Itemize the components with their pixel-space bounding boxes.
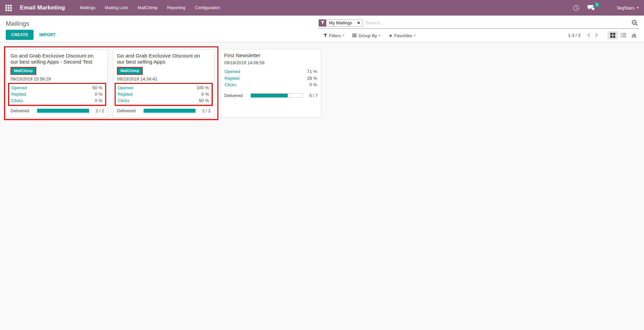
kanban-view-button[interactable] bbox=[607, 31, 618, 40]
messages-icon[interactable]: 1 bbox=[588, 5, 595, 11]
stat-row: Replied 0 % bbox=[118, 91, 209, 97]
stat-opened-value: 100 % bbox=[196, 85, 209, 91]
user-menu[interactable]: ✶ TeqStars ▾ bbox=[611, 5, 639, 10]
graph-view-button[interactable] bbox=[629, 31, 640, 39]
app-menu: Mailings Mailing Lists MailChimp Reporti… bbox=[80, 5, 220, 10]
pager-previous-button[interactable] bbox=[585, 32, 593, 38]
create-button[interactable]: CREATE bbox=[6, 30, 33, 40]
annotation-box-badge: MailChimp bbox=[117, 67, 143, 75]
view-switcher bbox=[607, 31, 640, 40]
mailchimp-badge: MailChimp bbox=[118, 68, 142, 74]
top-navbar: Email Marketing Mailings Mailing Lists M… bbox=[0, 0, 644, 16]
apps-menu-icon[interactable] bbox=[5, 5, 12, 11]
kanban-view-icon bbox=[610, 33, 615, 38]
delivered-progress-fill bbox=[251, 94, 288, 97]
mailing-card-second-test[interactable]: Go and Grab Exclusive Discount on our be… bbox=[6, 49, 108, 118]
chevron-right-icon bbox=[595, 33, 598, 38]
stat-row: Replied 28 % bbox=[224, 75, 317, 82]
annotation-box-badge: MailChimp bbox=[10, 67, 36, 75]
stat-clicks-link[interactable]: Clicks bbox=[224, 81, 236, 88]
search-facet-label: My Mailings bbox=[326, 20, 355, 26]
control-panel: Mailings My Mailings ✖ bbox=[0, 16, 644, 42]
stat-replied-link[interactable]: Replied bbox=[11, 91, 26, 97]
stat-row: Clicks 0 % bbox=[11, 97, 102, 104]
chevron-left-icon bbox=[587, 33, 591, 38]
menu-item-reporting[interactable]: Reporting bbox=[167, 5, 185, 10]
stat-opened-link[interactable]: Opened bbox=[11, 85, 27, 91]
card-stats-annotated: Opened 100 % Replied 0 % Clicks 50 % bbox=[115, 83, 213, 106]
card-date: 09/23/2019 15:56:29 bbox=[10, 76, 104, 81]
delivered-label: Delivered bbox=[224, 93, 246, 98]
user-name: TeqStars bbox=[617, 5, 635, 10]
stat-replied-value: 28 % bbox=[307, 75, 317, 82]
stat-row: Clicks 0 % bbox=[224, 81, 317, 88]
message-count-badge: 1 bbox=[594, 2, 600, 7]
card-title[interactable]: Go and Grab Exclusive Discount on our be… bbox=[10, 53, 98, 65]
delivered-row: Delivered 2 / 2 bbox=[10, 108, 104, 113]
delivered-value: 2 / 2 bbox=[93, 108, 104, 113]
stat-opened-link[interactable]: Opened bbox=[224, 68, 240, 75]
stat-clicks-value: 0 % bbox=[310, 81, 317, 88]
import-button[interactable]: IMPORT bbox=[39, 32, 55, 37]
stat-replied-value: 0 % bbox=[201, 91, 209, 97]
breadcrumb-title: Mailings bbox=[6, 20, 29, 27]
search-input[interactable] bbox=[365, 20, 631, 25]
stat-opened-link[interactable]: Opened bbox=[118, 85, 133, 91]
stat-replied-link[interactable]: Replied bbox=[118, 91, 133, 97]
delivered-progressbar bbox=[143, 109, 196, 113]
card-title[interactable]: Go and Grab Exclusive Discount on our be… bbox=[117, 53, 204, 65]
menu-item-configuration[interactable]: Configuration bbox=[195, 5, 220, 10]
activities-clock-icon[interactable] bbox=[573, 5, 579, 11]
app-brand-title[interactable]: Email Marketing bbox=[20, 4, 65, 11]
mailchimp-badge: MailChimp bbox=[11, 68, 35, 74]
list-view-button[interactable] bbox=[618, 31, 629, 39]
mailing-card-first-newsletter[interactable]: First Newsletter 09/18/2019 14:06:59 Ope… bbox=[220, 49, 321, 118]
menu-item-mailings[interactable]: Mailings bbox=[80, 5, 95, 10]
facet-remove-icon[interactable]: ✖ bbox=[355, 20, 362, 26]
search-options-magnifier-icon[interactable] bbox=[631, 20, 639, 26]
delivered-label: Delivered bbox=[117, 108, 139, 113]
card-title[interactable]: First Newsletter bbox=[224, 52, 311, 58]
favorites-dropdown[interactable]: ★ Favorites ▾ bbox=[388, 33, 415, 38]
delivered-progress-fill bbox=[37, 109, 89, 113]
delivered-progressbar bbox=[37, 109, 89, 113]
stat-clicks-link[interactable]: Clicks bbox=[11, 97, 23, 104]
screen: Email Marketing Mailings Mailing Lists M… bbox=[0, 0, 644, 330]
delivered-row: Delivered 5 / 7 bbox=[224, 93, 318, 98]
delivered-label: Delivered bbox=[10, 108, 32, 113]
control-panel-top-row: Mailings My Mailings ✖ bbox=[0, 16, 644, 29]
star-icon: ★ bbox=[388, 33, 392, 38]
stat-replied-value: 0 % bbox=[95, 91, 102, 97]
card-date: 09/18/2019 14:06:59 bbox=[224, 60, 318, 65]
stat-opened-value: 71 % bbox=[307, 68, 317, 75]
menu-item-mailing-lists[interactable]: Mailing Lists bbox=[105, 5, 128, 10]
pager-next-button[interactable] bbox=[593, 32, 600, 38]
search-view: My Mailings ✖ bbox=[318, 19, 639, 29]
stat-row: Clicks 50 % bbox=[118, 97, 209, 104]
menu-item-mailchimp[interactable]: MailChimp bbox=[138, 5, 158, 10]
search-facet: My Mailings ✖ bbox=[318, 19, 363, 27]
mailing-card-exclusive-discount[interactable]: Go and Grab Exclusive Discount on our be… bbox=[113, 49, 214, 118]
kanban-view: Go and Grab Exclusive Discount on our be… bbox=[0, 42, 644, 330]
group-by-dropdown[interactable]: Group By ▾ bbox=[352, 33, 380, 38]
graph-view-icon bbox=[631, 33, 637, 38]
stat-row: Replied 0 % bbox=[11, 91, 102, 97]
delivered-progress-fill bbox=[144, 109, 195, 113]
filter-funnel-icon bbox=[324, 33, 327, 37]
delivered-value: 2 / 2 bbox=[199, 108, 211, 113]
systray: 1 ✶ TeqStars ▾ bbox=[573, 5, 639, 11]
pager-range[interactable]: 1-3 / 3 bbox=[568, 33, 580, 38]
filters-dropdown[interactable]: Filters ▾ bbox=[324, 33, 344, 38]
stat-clicks-link[interactable]: Clicks bbox=[118, 97, 129, 104]
stat-row: Opened 100 % bbox=[118, 85, 209, 91]
card-stats-annotated: Opened 50 % Replied 0 % Clicks 0 % bbox=[8, 83, 106, 106]
caret-down-icon: ▾ bbox=[342, 34, 344, 37]
card-stats: Opened 71 % Replied 28 % Clicks 0 % bbox=[224, 68, 318, 88]
bars-icon bbox=[352, 34, 357, 37]
caret-down-icon: ▾ bbox=[637, 6, 639, 9]
pager-and-views: 1-3 / 3 bbox=[568, 31, 640, 40]
filter-funnel-icon bbox=[319, 20, 326, 26]
delivered-row: Delivered 2 / 2 bbox=[117, 108, 211, 113]
stat-clicks-value: 0 % bbox=[95, 97, 102, 104]
stat-replied-link[interactable]: Replied bbox=[224, 75, 239, 82]
